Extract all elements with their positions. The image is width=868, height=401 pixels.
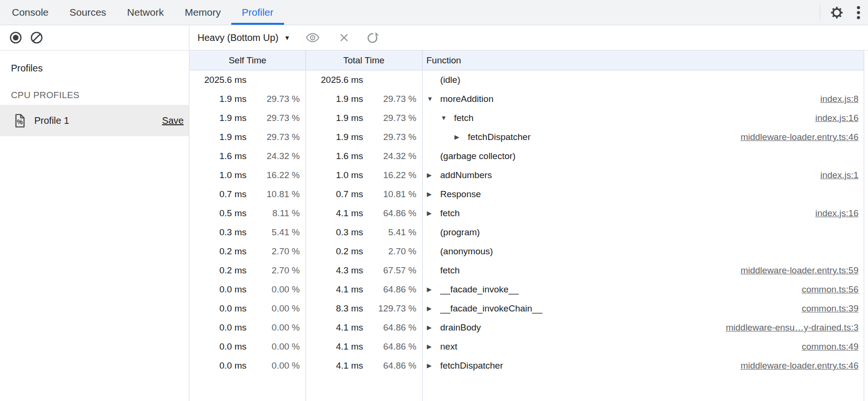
tab-network[interactable]: Network [117, 0, 174, 25]
table-row[interactable]: 1.9 ms29.73 %1.9 ms29.73 %▼fetchindex.js… [189, 109, 864, 128]
function-name: (program) [440, 223, 480, 242]
view-mode-dropdown[interactable]: Heavy (Bottom Up) ▼ [197, 32, 290, 43]
function-name: fetch [454, 109, 473, 128]
source-link[interactable]: middleware-loader.entry.ts:59 [740, 261, 858, 280]
column-header-function[interactable]: Function [422, 50, 864, 70]
disclosure-arrow-icon[interactable]: ▶ [427, 299, 440, 318]
function-cell: ▶addNumbersindex.js:1 [422, 166, 864, 185]
function-cell: ▶nextcommon.ts:49 [422, 337, 864, 356]
disclosure-arrow-icon[interactable]: ▼ [441, 109, 454, 128]
save-profile-link[interactable]: Save [162, 115, 184, 126]
time-percent-value: 24.32 % [247, 147, 300, 166]
source-link[interactable]: index.js:16 [815, 204, 858, 223]
function-cell: (program) [422, 223, 864, 242]
disclosure-arrow-icon[interactable]: ▶ [427, 280, 440, 299]
tab-label: Console [12, 7, 49, 18]
restore-refresh-icon[interactable] [366, 31, 379, 44]
function-cell: ▼fetchindex.js:16 [422, 109, 864, 128]
tab-console[interactable]: Console [1, 0, 59, 25]
source-link[interactable]: index.js:1 [820, 166, 858, 185]
table-row[interactable]: 1.9 ms29.73 %1.9 ms29.73 %▶fetchDispatch… [189, 128, 864, 147]
disclosure-arrow-icon[interactable]: ▶ [427, 204, 440, 223]
function-name: addNumbers [440, 166, 492, 185]
source-link[interactable]: middleware-loader.entry.ts:46 [740, 356, 858, 375]
table-row[interactable]: 0.0 ms0.00 %8.3 ms129.73 %▶__facade_invo… [189, 299, 864, 318]
disclosure-arrow-icon[interactable]: ▶ [427, 166, 440, 185]
disclosure-arrow-icon[interactable]: ▶ [427, 318, 440, 337]
table-row[interactable]: 2025.6 ms2025.6 ms(idle) [189, 70, 864, 90]
column-header-self-time[interactable]: Self Time [189, 50, 306, 70]
total-time-cell: 1.0 ms16.22 % [306, 166, 422, 185]
total-time-cell: 4.3 ms67.57 % [306, 261, 422, 280]
table-row[interactable]: 0.2 ms2.70 %0.2 ms2.70 %(anonymous) [189, 242, 864, 261]
time-ms-value: 1.0 ms [309, 166, 363, 185]
column-divider[interactable] [306, 50, 306, 401]
table-row[interactable]: 0.0 ms0.00 %4.1 ms64.86 %▶drainBodymiddl… [189, 318, 864, 337]
disclosure-arrow-icon[interactable]: ▶ [427, 356, 440, 375]
source-link[interactable]: middleware-ensu…y-drained.ts:3 [726, 318, 858, 337]
time-percent-value: 2.70 % [363, 242, 416, 261]
time-percent-value: 5.41 % [363, 223, 416, 242]
table-row[interactable]: 0.2 ms2.70 %4.3 ms67.57 %fetchmiddleware… [189, 261, 864, 280]
total-time-cell: 0.3 ms5.41 % [306, 223, 422, 242]
time-ms-value: 1.6 ms [193, 147, 247, 166]
tab-memory[interactable]: Memory [174, 0, 231, 25]
disclosure-arrow-icon[interactable]: ▶ [427, 337, 440, 356]
exclude-x-icon[interactable] [339, 32, 349, 43]
focus-eye-icon[interactable] [306, 33, 320, 42]
time-percent-value: 24.32 % [363, 147, 416, 166]
source-link[interactable]: common.ts:39 [802, 299, 858, 318]
kebab-menu-icon[interactable] [857, 5, 860, 20]
self-time-cell: 0.0 ms0.00 % [189, 299, 306, 318]
function-cell: ▶__facade_invokeChain__common.ts:39 [422, 299, 864, 318]
table-row[interactable]: 0.7 ms10.81 %0.7 ms10.81 %▶Response [189, 185, 864, 204]
table-row[interactable]: 1.9 ms29.73 %1.9 ms29.73 %▼moreAdditioni… [189, 90, 864, 109]
function-cell: ▶Response [422, 185, 864, 204]
function-name: __facade_invoke__ [440, 280, 519, 299]
source-link[interactable]: common.ts:56 [802, 280, 858, 299]
sidebar-content: Profiles CPU PROFILES % Profile 1 Save [0, 50, 189, 136]
table-row[interactable]: 0.3 ms5.41 %0.3 ms5.41 %(program) [189, 223, 864, 242]
source-link[interactable]: middleware-loader.entry.ts:46 [740, 128, 858, 147]
table-row[interactable]: 0.0 ms0.00 %4.1 ms64.86 %▶nextcommon.ts:… [189, 337, 864, 356]
profile-data-grid: Self Time Total Time Function 2025.6 ms2… [189, 50, 864, 401]
tab-label: Sources [69, 7, 106, 18]
clear-profiles-icon[interactable] [30, 31, 43, 44]
function-name: Response [440, 185, 481, 204]
total-time-cell: 2025.6 ms [306, 70, 422, 90]
table-row[interactable]: 0.5 ms8.11 %4.1 ms64.86 %▶fetchindex.js:… [189, 204, 864, 223]
table-row[interactable]: 1.6 ms24.32 %1.6 ms24.32 %(garbage colle… [189, 147, 864, 166]
table-row[interactable]: 0.0 ms0.00 %4.1 ms64.86 %▶__facade_invok… [189, 280, 864, 299]
function-cell: (garbage collector) [422, 147, 864, 166]
source-link[interactable]: index.js:8 [820, 90, 858, 109]
time-ms-value: 0.0 ms [193, 356, 247, 375]
time-percent-value: 29.73 % [247, 128, 300, 147]
disclosure-arrow-icon[interactable]: ▼ [427, 90, 440, 109]
function-name: (idle) [440, 70, 460, 90]
table-row[interactable]: 1.0 ms16.22 %1.0 ms16.22 %▶addNumbersind… [189, 166, 864, 185]
column-header-total-time[interactable]: Total Time [306, 50, 422, 70]
self-time-cell: 1.9 ms29.73 % [189, 128, 306, 147]
tab-profiler[interactable]: Profiler [231, 0, 284, 25]
function-cell: (anonymous) [422, 242, 864, 261]
table-row[interactable]: 0.0 ms0.00 %4.1 ms64.86 %▶fetchDispatche… [189, 356, 864, 375]
settings-gear-icon[interactable] [829, 5, 844, 20]
function-name: (garbage collector) [440, 147, 515, 166]
record-profile-icon[interactable] [9, 31, 22, 44]
self-time-cell: 1.9 ms29.73 % [189, 109, 306, 128]
disclosure-arrow-icon[interactable]: ▶ [427, 185, 440, 204]
time-percent-value: 29.73 % [363, 90, 416, 109]
time-ms-value: 0.3 ms [193, 223, 247, 242]
sidebar-item-profile-1[interactable]: % Profile 1 Save [0, 105, 189, 136]
time-percent-value: 0.00 % [247, 280, 300, 299]
tab-sources[interactable]: Sources [59, 0, 117, 25]
profiler-main-panel: Heavy (Bottom Up) ▼ [189, 25, 868, 401]
total-time-cell: 8.3 ms129.73 % [306, 299, 422, 318]
disclosure-arrow-icon[interactable]: ▶ [454, 128, 468, 147]
source-link[interactable]: common.ts:49 [802, 337, 858, 356]
time-ms-value: 0.0 ms [193, 299, 247, 318]
source-link[interactable]: index.js:16 [815, 109, 858, 128]
column-divider[interactable] [422, 50, 423, 401]
time-percent-value: 67.57 % [363, 261, 416, 280]
self-time-cell: 0.2 ms2.70 % [189, 261, 306, 280]
